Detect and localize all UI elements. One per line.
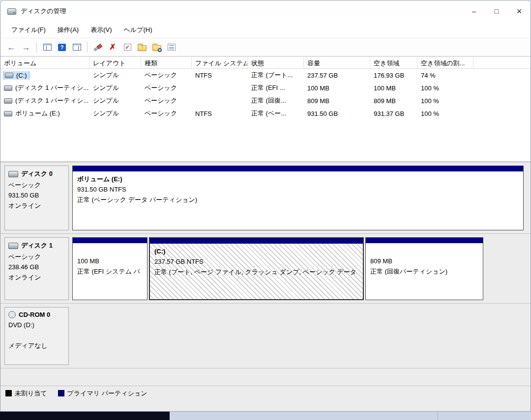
close-button[interactable]: ×	[508, 0, 531, 22]
column-header-free-pct[interactable]: 空き領域の割...	[417, 57, 473, 68]
minimize-button[interactable]: –	[463, 0, 485, 22]
disk1-info-box[interactable]: ディスク 1 ベーシック 238.46 GB オンライン	[4, 237, 69, 300]
partition-size-line: 931.50 GB NTFS	[77, 184, 519, 195]
volume-row-c[interactable]: (C:) シンプル ベーシック NTFS 正常 (ブート... 237.57 G…	[0, 69, 531, 82]
capacity-cell: 931.50 GB	[304, 110, 370, 117]
cdrom0-row: CD-ROM 0 DVD (D:) メディアなし	[0, 304, 531, 368]
background-divider	[438, 412, 438, 420]
primary-partition-bar	[73, 238, 147, 243]
delete-volume-button[interactable]: ✗	[106, 40, 119, 54]
kind-cell: ベーシック	[141, 96, 192, 105]
disk-management-app-icon	[7, 8, 16, 15]
partition-body: 809 MB 正常 (回復パーティション)	[366, 243, 483, 300]
volume-row-e[interactable]: ボリューム (E:) シンプル ベーシック NTFS 正常 (ベー... 931…	[0, 107, 531, 120]
menu-help[interactable]: ヘルプ(H)	[118, 23, 158, 37]
menu-action[interactable]: 操作(A)	[52, 23, 85, 37]
column-header-filesystem[interactable]: ファイル システム	[192, 57, 248, 68]
kind-cell: ベーシック	[141, 109, 192, 118]
layout-cell: シンプル	[89, 109, 141, 118]
capacity-cell: 100 MB	[304, 84, 370, 92]
free-pct-cell: 74 %	[417, 72, 473, 79]
free-pct-cell: 100 %	[417, 84, 473, 92]
column-header-kind[interactable]: 種類	[141, 57, 192, 68]
partition-c[interactable]: (C:) 237.57 GB NTFS 正常 (ブート, ページ ファイル, ク…	[149, 237, 364, 300]
open-button[interactable]: ↑	[135, 40, 149, 54]
back-button[interactable]: ←	[4, 40, 18, 54]
console-tree-button[interactable]	[40, 40, 54, 54]
free-space-cell: 931.37 GB	[370, 110, 417, 117]
column-header-layout[interactable]: レイアウト	[89, 57, 141, 68]
partition-title: ボリューム (E:)	[77, 174, 519, 184]
capacity-cell: 809 MB	[304, 97, 370, 105]
volume-disk-icon	[4, 111, 12, 116]
menu-view[interactable]: 表示(V)	[85, 23, 118, 37]
actions-list-button[interactable]	[165, 40, 178, 54]
graphical-filler	[0, 368, 531, 386]
help-button[interactable]: ?	[55, 40, 69, 54]
legend-bar: 未割り当て プライマリ パーティション	[0, 386, 531, 400]
mark-active-button[interactable]: ✓	[120, 40, 134, 54]
unallocated-label: 未割り当て	[15, 389, 47, 398]
disk0-info-box[interactable]: ディスク 0 ベーシック 931.50 GB オンライン	[4, 166, 69, 230]
mark-active-icon: ✓	[124, 44, 131, 51]
volume-cell: ボリューム (E:)	[0, 109, 89, 118]
maximize-button[interactable]: □	[485, 0, 508, 22]
capacity-cell: 237.57 GB	[304, 72, 370, 79]
column-header-status[interactable]: 状態	[248, 57, 304, 68]
free-space-cell: 809 MB	[370, 97, 417, 105]
column-header-volume[interactable]: ボリューム	[0, 57, 89, 68]
disk1-row: ディスク 1 ベーシック 238.46 GB オンライン 100 MB 正常 (…	[0, 234, 531, 304]
disk0-status: オンライン	[8, 200, 65, 211]
titlebar: ディスクの管理 – □ ×	[0, 0, 531, 22]
partition-volume-e[interactable]: ボリューム (E:) 931.50 GB NTFS 正常 (ベーシック データ …	[72, 166, 524, 230]
graphical-view: ディスク 0 ベーシック 931.50 GB オンライン ボリューム (E:) …	[0, 162, 531, 386]
partition-efi[interactable]: 100 MB 正常 (EFI システム パ	[72, 237, 148, 300]
column-header-filler	[473, 57, 531, 68]
primary-partition-bar	[366, 238, 483, 243]
legend-primary-partition: プライマリ パーティション	[58, 389, 148, 398]
window-controls: – □ ×	[463, 0, 531, 22]
properties-button[interactable]	[91, 40, 105, 54]
partition-size-line: 809 MB	[370, 256, 478, 266]
open-folder-icon: ↑	[138, 45, 147, 51]
actions-list-icon	[168, 44, 176, 51]
magnifier-icon	[158, 48, 162, 52]
menu-file[interactable]: ファイル(F)	[5, 23, 52, 37]
partition-recovery[interactable]: 809 MB 正常 (回復パーティション)	[365, 237, 483, 300]
cd-rom-icon	[8, 311, 16, 318]
partition-body: 100 MB 正常 (EFI システム パ	[73, 243, 147, 300]
column-header-capacity[interactable]: 容量	[304, 57, 370, 68]
kind-cell: ベーシック	[141, 71, 192, 80]
volume-cell: (ディスク 1 パーティシ...	[0, 84, 89, 92]
layout-cell: シンプル	[89, 96, 141, 105]
cdrom0-status: メディアなし	[8, 340, 65, 351]
disk1-status: オンライン	[8, 272, 65, 282]
window-title: ディスクの管理	[21, 7, 66, 16]
status-cell: 正常 (EFI ...	[248, 84, 304, 92]
forward-button[interactable]: →	[19, 40, 33, 54]
volume-disk-icon	[5, 73, 13, 78]
disk0-size: 931.50 GB	[8, 190, 65, 200]
kind-cell: ベーシック	[141, 84, 192, 92]
partition-status-line: 正常 (ベーシック データ パーティション)	[77, 195, 519, 205]
disk0-partition-area: ボリューム (E:) 931.50 GB NTFS 正常 (ベーシック データ …	[72, 166, 527, 230]
action-pane-button[interactable]	[70, 40, 84, 54]
volume-row-efi[interactable]: (ディスク 1 パーティシ... シンプル ベーシック 正常 (EFI ... …	[0, 82, 531, 94]
cdrom0-partition-area	[72, 307, 527, 365]
status-cell: 正常 (回復...	[248, 96, 304, 105]
volume-disk-icon	[4, 85, 12, 91]
volume-row-recovery[interactable]: (ディスク 1 パーティシ... シンプル ベーシック 正常 (回復... 80…	[0, 94, 531, 107]
explorer-button[interactable]	[150, 40, 164, 54]
partition-title: (C:)	[154, 246, 358, 256]
status-cell: 正常 (ベー...	[248, 109, 304, 118]
unallocated-color-swatch	[5, 390, 12, 396]
background-window-fragment	[0, 412, 170, 420]
cdrom0-info-box[interactable]: CD-ROM 0 DVD (D:) メディアなし	[4, 307, 69, 365]
column-header-free-space[interactable]: 空き領域	[370, 57, 417, 68]
legend-unallocated: 未割り当て	[5, 389, 47, 398]
screen: ディスクの管理 – □ × ファイル(F) 操作(A) 表示(V) ヘルプ(H)…	[0, 0, 531, 420]
console-tree-icon	[43, 44, 52, 51]
delete-icon: ✗	[109, 43, 116, 51]
disk0-title: ディスク 0	[8, 169, 65, 178]
primary-partition-label: プライマリ パーティション	[67, 389, 148, 398]
